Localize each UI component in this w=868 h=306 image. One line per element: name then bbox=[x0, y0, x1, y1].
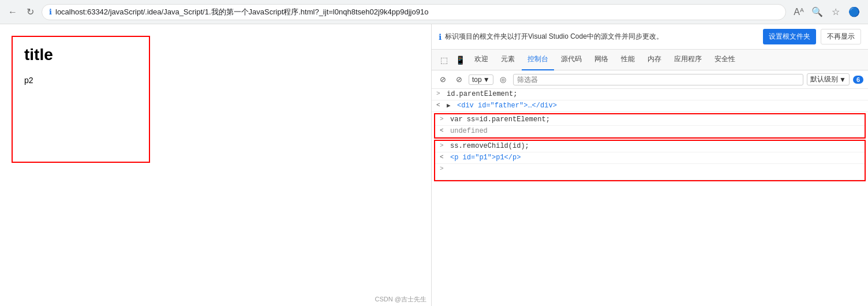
notif-message: 标识项目的根文件夹以打开Visual Studio Code中的源文件并同步更改… bbox=[445, 32, 663, 42]
watermark: CSDN @吉士先生 bbox=[375, 295, 426, 304]
console-text: ss.removeChild(id); bbox=[450, 142, 529, 150]
notif-left: ℹ 标识项目的根文件夹以打开Visual Studio Code中的源文件并同步… bbox=[439, 32, 663, 42]
notif-right: 设置根文件夹 不再显示 bbox=[763, 29, 861, 44]
set-root-button[interactable]: 设置根文件夹 bbox=[763, 29, 816, 44]
address-bar[interactable]: ℹ localhost:63342/javaScript/.idea/Java_… bbox=[42, 4, 786, 20]
context-selector[interactable]: top ▼ bbox=[469, 74, 493, 85]
console-arrow-right: > bbox=[440, 165, 447, 172]
console-arrow-left: < bbox=[440, 127, 447, 134]
console-text: id.parentElement; bbox=[447, 90, 517, 98]
block-icon[interactable]: ⊘ bbox=[452, 73, 465, 86]
back-button[interactable]: ← bbox=[7, 6, 18, 18]
console-text: <div id="father">…</div> bbox=[457, 102, 557, 110]
tab-sources[interactable]: 源代码 bbox=[555, 50, 588, 70]
console-expand-arrow[interactable]: ▶ bbox=[447, 102, 454, 109]
console-output: > id.parentElement; < ▶ <div id="father"… bbox=[432, 89, 868, 306]
eye-icon[interactable]: ◎ bbox=[497, 73, 510, 86]
console-text: var ss=id.parentElement; bbox=[450, 115, 550, 124]
chrome-right: Aᴬ 🔍 ☆ 🔵 bbox=[792, 5, 861, 19]
tab-security[interactable]: 安全性 bbox=[709, 50, 741, 70]
page-p2: p2 bbox=[24, 76, 137, 85]
tab-welcome[interactable]: 欢迎 bbox=[469, 50, 494, 70]
context-dropdown-icon: ▼ bbox=[483, 76, 490, 84]
tab-application[interactable]: 应用程序 bbox=[668, 50, 708, 70]
url-text: localhost:63342/javaScript/.idea/Java_Sc… bbox=[55, 7, 779, 17]
inspect-icon[interactable]: ⬚ bbox=[436, 53, 451, 68]
refresh-button[interactable]: ↻ bbox=[24, 6, 36, 18]
devtools-panel: ℹ 标识项目的根文件夹以打开Visual Studio Code中的源文件并同步… bbox=[432, 24, 868, 306]
device-icon[interactable]: 📱 bbox=[452, 53, 467, 68]
console-line: < undefined bbox=[435, 126, 865, 137]
console-arrow-left: < bbox=[440, 154, 447, 161]
highlight-box-2: > ss.removeChild(id); < <p id="p1">p1</p… bbox=[434, 140, 866, 181]
console-arrow-right: > bbox=[440, 142, 447, 149]
tab-network[interactable]: 网络 bbox=[589, 50, 614, 70]
tab-console[interactable]: 控制台 bbox=[522, 50, 554, 70]
tab-elements[interactable]: 元素 bbox=[495, 50, 521, 70]
zoom-icon[interactable]: 🔍 bbox=[810, 5, 824, 19]
console-arrow-left: < bbox=[436, 102, 443, 109]
console-line: < <p id="p1">p1</p> bbox=[435, 152, 865, 164]
page-content: title p2 CSDN @吉士先生 bbox=[0, 24, 432, 306]
font-size-icon[interactable]: Aᴬ bbox=[792, 5, 806, 19]
filter-input[interactable] bbox=[513, 74, 803, 85]
clear-console-icon[interactable]: ⊘ bbox=[436, 73, 449, 86]
console-line: > var ss=id.parentElement; bbox=[435, 114, 865, 126]
console-line: > ss.removeChild(id); bbox=[435, 141, 865, 152]
console-line: < ▶ <div id="father">…</div> bbox=[432, 100, 868, 112]
console-arrow-right: > bbox=[440, 115, 447, 122]
context-label: top bbox=[472, 76, 482, 84]
console-text: undefined bbox=[450, 127, 488, 135]
info-icon: ℹ bbox=[49, 8, 52, 16]
bookmark-icon[interactable]: ☆ bbox=[829, 5, 843, 19]
page-box: title p2 bbox=[12, 36, 150, 163]
browser-chrome: ← ↻ ℹ localhost:63342/javaScript/.idea/J… bbox=[0, 0, 868, 24]
tab-performance[interactable]: 性能 bbox=[615, 50, 641, 70]
console-line: > bbox=[435, 164, 865, 180]
devtools-toolbar: ⊘ ⊘ top ▼ ◎ 默认级别 ▼ 6 bbox=[432, 70, 868, 89]
tab-memory[interactable]: 内存 bbox=[642, 50, 667, 70]
log-level-label: 默认级别 bbox=[810, 74, 838, 84]
notif-info-icon: ℹ bbox=[439, 32, 442, 42]
highlight-box-1: > var ss=id.parentElement; < undefined bbox=[434, 113, 866, 139]
log-level-dropdown-icon: ▼ bbox=[839, 76, 846, 84]
console-line: > id.parentElement; bbox=[432, 89, 868, 100]
notification-bar: ℹ 标识项目的根文件夹以打开Visual Studio Code中的源文件并同步… bbox=[432, 24, 868, 50]
console-text: <p id="p1">p1</p> bbox=[450, 154, 521, 162]
page-title: title bbox=[24, 46, 137, 64]
log-level-selector[interactable]: 默认级别 ▼ bbox=[807, 73, 850, 85]
profile-icon[interactable]: 🔵 bbox=[847, 5, 861, 19]
console-arrow-right: > bbox=[436, 90, 443, 97]
dismiss-button[interactable]: 不再显示 bbox=[821, 29, 861, 44]
devtools-tabs: ⬚ 📱 欢迎 元素 控制台 源代码 网络 性能 内存 应用程序 安全性 bbox=[432, 50, 868, 70]
main-area: title p2 CSDN @吉士先生 ℹ 标识项目的根文件夹以打开Visual… bbox=[0, 24, 868, 306]
error-count-badge: 6 bbox=[853, 76, 863, 84]
